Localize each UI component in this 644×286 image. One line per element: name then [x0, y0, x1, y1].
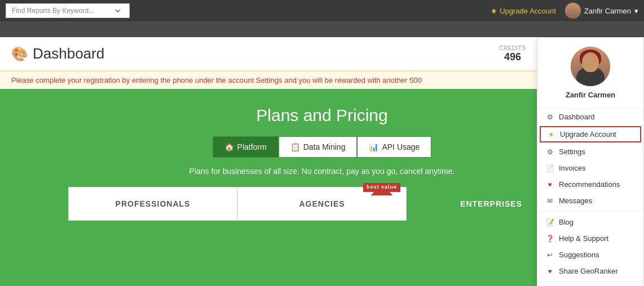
content-area: 🎨 Dashboard CREDITS 496 REPORTS 2 MONITO… — [0, 37, 644, 286]
share-menu-icon: ♥ — [545, 267, 554, 275]
top-nav: Find Reports By Keyword... ★ Upgrade Acc… — [0, 0, 644, 21]
suggestions-menu-icon: ↩ — [545, 251, 554, 259]
menu-item-recommendations[interactable]: ♥ Recommendations — [537, 176, 643, 193]
credits-value: 496 — [504, 51, 521, 63]
avatar-large — [571, 47, 610, 86]
avatar-image — [565, 3, 581, 19]
professionals-label: PROFESSIONALS — [116, 199, 191, 208]
settings-menu-icon: ⚙ — [545, 148, 554, 156]
messages-menu-label: Messages — [559, 196, 592, 205]
avatar-small — [565, 3, 581, 19]
dropdown-divider-2 — [537, 281, 643, 282]
plan-card-agencies: best value AGENCIES — [237, 187, 407, 221]
menu-item-dashboard[interactable]: ⚙ Dashboard — [537, 109, 643, 125]
dropdown-divider-1 — [537, 211, 643, 212]
share-menu-label: Share GeoRanker — [559, 267, 618, 275]
blog-menu-label: Blog — [559, 218, 574, 226]
tab-platform[interactable]: 🏠 Platform — [213, 136, 279, 158]
dashboard-menu-label: Dashboard — [559, 113, 595, 121]
menu-item-share[interactable]: ♥ Share GeoRanker — [537, 263, 643, 279]
tab-data-mining-label: Data Mining — [303, 142, 346, 151]
invoices-menu-icon: 📄 — [545, 164, 554, 172]
plans-title: Plans and Pricing — [256, 106, 387, 125]
dashboard-heading: Dashboard — [33, 45, 104, 62]
menu-item-upgrade[interactable]: ★ Upgrade Account — [540, 126, 641, 142]
search-bar[interactable]: Find Reports By Keyword... — [6, 3, 130, 18]
avatar-bg — [571, 47, 610, 86]
agencies-label: AGENCIES — [299, 199, 345, 208]
search-input[interactable]: Find Reports By Keyword... — [10, 6, 122, 15]
dashboard-title-group: 🎨 Dashboard — [11, 45, 499, 62]
plan-cards: PROFESSIONALS best value AGENCIES ENTERP… — [68, 187, 576, 221]
plans-subtitle: Plans for businesses of all size. No con… — [189, 167, 455, 176]
menu-item-messages[interactable]: ✉ Messages — [537, 193, 643, 209]
api-usage-icon: 📊 — [369, 142, 378, 151]
menu-item-settings[interactable]: ⚙ Settings — [537, 144, 643, 160]
user-name-display: Zanfir Carmen — [584, 7, 631, 15]
best-value-badge: best value — [363, 183, 400, 192]
tab-api-usage[interactable]: 📊 API Usage — [357, 136, 431, 158]
dropdown-user-name: Zanfir Carmen — [566, 91, 615, 99]
upgrade-account-button[interactable]: ★ Upgrade Account — [491, 7, 556, 15]
user-dropdown-menu: Zanfir Carmen ⚙ Dashboard ★ Upgrade Acco… — [537, 37, 644, 286]
credits-stat: CREDITS 496 — [499, 45, 526, 63]
page-wrapper: Find Reports By Keyword... ★ Upgrade Acc… — [0, 0, 644, 286]
dropdown-header: Zanfir Carmen — [537, 38, 643, 109]
data-mining-icon: 📋 — [290, 142, 300, 151]
invoices-menu-label: Invoices — [559, 164, 586, 172]
user-menu-button[interactable]: Zanfir Carmen ▾ — [565, 3, 638, 19]
top-nav-right: ★ Upgrade Account Zanfir Carmen ▾ — [491, 3, 638, 19]
upgrade-menu-icon: ★ — [546, 131, 555, 138]
dashboard-menu-icon: ⚙ — [545, 113, 554, 121]
upgrade-menu-label: Upgrade Account — [560, 130, 616, 138]
menu-item-blog[interactable]: 📝 Blog — [537, 214, 643, 230]
tab-platform-label: Platform — [237, 142, 267, 151]
recommendations-menu-icon: ♥ — [545, 181, 554, 189]
tab-data-mining[interactable]: 📋 Data Mining — [279, 136, 358, 158]
platform-icon: 🏠 — [224, 142, 234, 151]
suggestions-menu-label: Suggestions — [559, 251, 599, 259]
avatar-head — [582, 52, 599, 72]
menu-item-help[interactable]: ❓ Help & Support — [537, 230, 643, 247]
plans-tabs: 🏠 Platform 📋 Data Mining 📊 API Usage — [213, 136, 432, 158]
second-bar — [0, 21, 644, 37]
recommendations-menu-label: Recommendations — [559, 180, 620, 189]
enterprises-label: ENTERPRISES — [460, 199, 522, 208]
help-menu-icon: ❓ — [545, 235, 554, 243]
blog-menu-icon: 📝 — [545, 218, 554, 226]
menu-item-suggestions[interactable]: ↩ Suggestions — [537, 247, 643, 263]
star-icon: ★ — [491, 7, 497, 15]
settings-menu-label: Settings — [559, 148, 585, 156]
tab-api-usage-label: API Usage — [382, 142, 420, 151]
menu-item-invoices[interactable]: 📄 Invoices — [537, 160, 643, 176]
messages-menu-icon: ✉ — [545, 197, 554, 205]
credits-label: CREDITS — [499, 45, 526, 51]
plan-card-professionals: PROFESSIONALS — [68, 187, 237, 221]
chevron-down-icon: ▾ — [634, 7, 638, 15]
dashboard-icon: 🎨 — [11, 46, 28, 62]
help-menu-label: Help & Support — [559, 234, 608, 243]
alert-message: Please complete your registration by ent… — [11, 76, 422, 84]
